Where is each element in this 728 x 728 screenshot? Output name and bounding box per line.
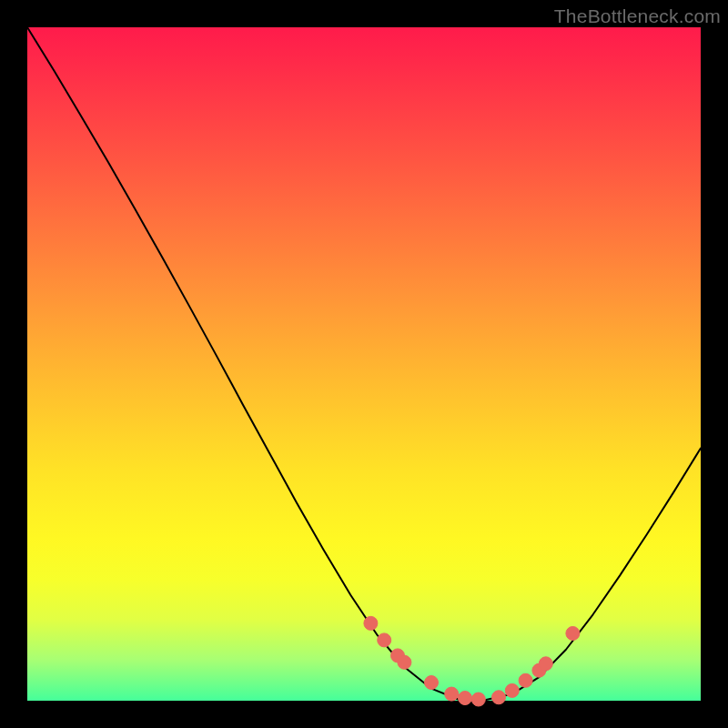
curve-marker bbox=[492, 691, 506, 704]
curve-marker bbox=[398, 655, 411, 669]
curve-marker bbox=[364, 616, 378, 630]
curve-marker bbox=[566, 627, 580, 641]
curve-marker bbox=[519, 673, 532, 687]
watermark-label: TheBottleneck.com bbox=[554, 5, 721, 27]
curve-marker bbox=[425, 676, 439, 690]
chart-stage: TheBottleneck.com bbox=[0, 0, 728, 728]
curve-marker bbox=[459, 692, 472, 705]
curve-marker bbox=[445, 687, 459, 701]
plot-area bbox=[27, 27, 701, 701]
curve-marker bbox=[378, 633, 391, 647]
bottleneck-curve bbox=[27, 27, 701, 700]
curve-marker bbox=[539, 657, 552, 671]
curve-marker bbox=[505, 683, 519, 697]
chart-svg bbox=[27, 27, 701, 701]
marker-group bbox=[364, 616, 580, 706]
curve-marker bbox=[471, 693, 485, 706]
